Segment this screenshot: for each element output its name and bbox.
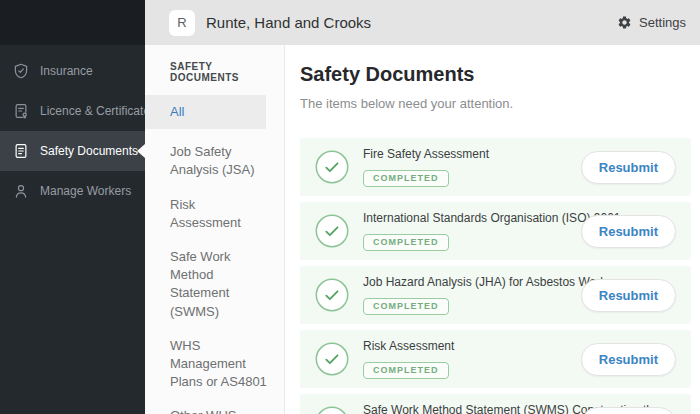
resubmit-button[interactable]: Resubmit [581,151,676,184]
resubmit-button[interactable]: Resubmit [581,215,676,248]
document-title: Risk Assessment [363,339,454,353]
sidebar-item-insurance[interactable]: Insurance [0,51,145,91]
settings-label: Settings [639,15,686,30]
primary-sidebar: Insurance Licence & Certificates Safety … [0,0,145,414]
document-row: Risk Assessment COMPLETED Resubmit [300,330,691,388]
document-list: Fire Safety Assessment COMPLETED Resubmi… [300,138,691,414]
document-row: Job Hazard Analysis (JHA) for Asbestos W… [300,266,691,324]
document-title: Safe Work Method Statement (SWMS) Constr… [363,403,581,414]
top-header: R Runte, Hand and Crooks Settings [145,0,700,45]
sidebar-item-manage-workers[interactable]: Manage Workers [0,171,145,211]
sidebar-top-strip [0,0,145,45]
sidebar-nav: Insurance Licence & Certificates Safety … [0,45,145,211]
document-icon [12,142,30,160]
certificate-icon [12,102,30,120]
shield-check-icon [12,62,30,80]
filter-item-job-safety-analysis-jsa[interactable]: Job Safety Analysis (JSA) [145,143,284,179]
company-avatar-letter: R [177,15,186,30]
document-title: Job Hazard Analysis (JHA) for Asbestos W… [363,275,581,289]
person-icon [12,182,30,200]
sidebar-item-label: Manage Workers [40,184,131,198]
filter-sidebar-title: SAFETY DOCUMENTS [145,61,284,83]
main-content: Safety Documents The items below need yo… [285,45,700,414]
document-row: International Standards Organisation (IS… [300,202,691,260]
resubmit-button[interactable]: Resubmit [581,279,676,312]
sidebar-item-safety-documents[interactable]: Safety Documents [0,131,145,171]
status-badge: COMPLETED [363,234,449,251]
company-name: Runte, Hand and Crooks [206,14,371,31]
document-row: Safe Work Method Statement (SWMS) Constr… [300,394,691,414]
check-circle-icon [315,342,349,376]
resubmit-button[interactable]: Resubmit [581,343,676,376]
filter-item-safe-work-method-statement-swms[interactable]: Safe Work Method Statement (SWMS) [145,248,284,321]
filter-item-risk-assessment[interactable]: Risk Assessment [145,196,284,232]
gear-icon [617,15,632,30]
check-circle-icon [315,150,349,184]
status-badge: COMPLETED [363,170,449,187]
check-circle-icon [315,406,349,414]
document-title: International Standards Organisation (IS… [363,211,581,225]
page-title: Safety Documents [300,63,691,86]
filter-list: All Job Safety Analysis (JSA) Risk Asses… [145,95,284,414]
sidebar-item-label: Insurance [40,64,93,78]
document-title: Fire Safety Assessment [363,147,489,161]
document-row: Fire Safety Assessment COMPLETED Resubmi… [300,138,691,196]
page-subtitle: The items below need your attention. [300,96,691,111]
settings-button[interactable]: Settings [613,9,690,36]
app-window: Insurance Licence & Certificates Safety … [0,0,700,414]
filter-sidebar: SAFETY DOCUMENTS All Job Safety Analysis… [145,45,285,414]
status-badge: COMPLETED [363,298,449,315]
filter-item-other-whs-documents[interactable]: Other WHS Documents [145,407,284,414]
status-badge: COMPLETED [363,362,449,379]
sidebar-item-label: Safety Documents [40,144,138,158]
sidebar-item-licence-certificates[interactable]: Licence & Certificates [0,91,145,131]
sidebar-item-label: Licence & Certificates [40,104,145,118]
check-circle-icon [315,214,349,248]
filter-item-all[interactable]: All [145,95,266,129]
resubmit-button[interactable]: Resubmit [581,407,676,414]
check-circle-icon [315,278,349,312]
filter-item-whs-management-plans-or-as4801[interactable]: WHS Management Plans or AS4801 [145,337,284,392]
company-avatar: R [169,10,195,36]
